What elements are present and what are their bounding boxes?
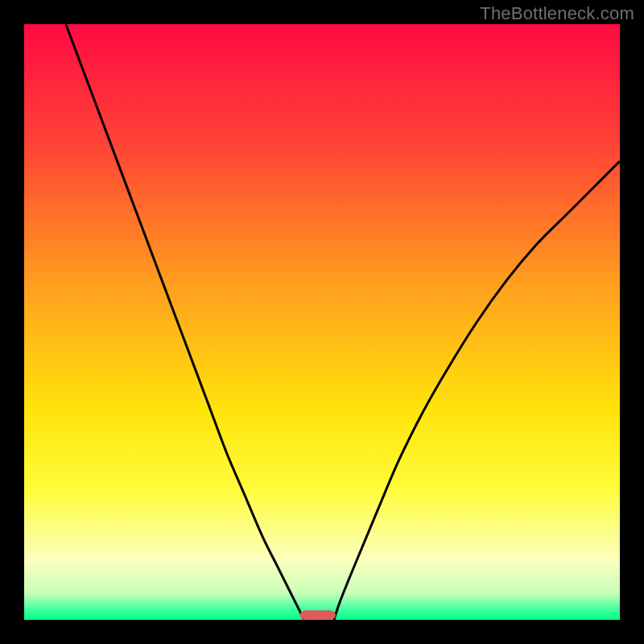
plot-area [24, 24, 620, 620]
watermark-text: TheBottleneck.com [480, 3, 634, 24]
chart-svg [24, 24, 620, 620]
gradient-background [24, 24, 620, 620]
chart-frame: TheBottleneck.com [0, 0, 644, 644]
bottleneck-marker [300, 610, 336, 620]
